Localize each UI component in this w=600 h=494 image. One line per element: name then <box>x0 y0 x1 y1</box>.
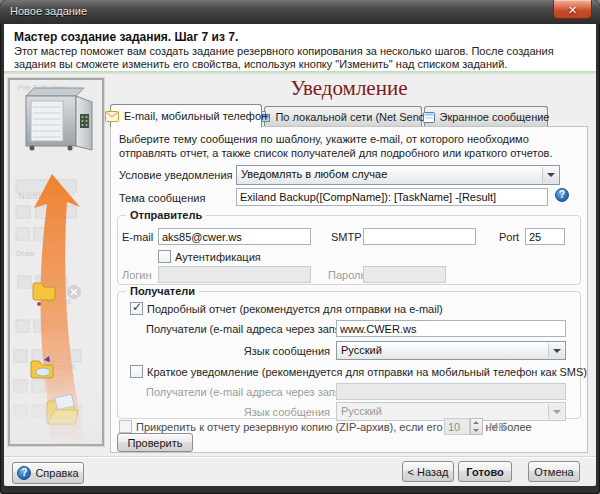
recipients-group-title: Получатели <box>126 285 199 297</box>
envelope-icon <box>105 111 119 122</box>
faded-close-icon <box>67 285 81 299</box>
footer-separator-highlight <box>4 457 596 458</box>
smtp-input[interactable] <box>363 228 476 245</box>
wizard-step-title: Мастер создание задания. Шаг 7 из 7. <box>14 30 238 44</box>
spinner-down-icon[interactable] <box>473 429 479 432</box>
condition-label: Условие уведомления <box>119 169 232 181</box>
email-input[interactable] <box>158 228 311 245</box>
brief-recipients-input[interactable] <box>336 383 566 400</box>
auth-checkbox[interactable] <box>158 250 171 263</box>
wizard-description: Этот мастер поможет вам создать задание … <box>14 45 586 71</box>
help-button[interactable]: ? Справка <box>12 462 84 484</box>
subject-label: Тема сообщения <box>119 192 205 204</box>
subject-input[interactable] <box>236 188 548 206</box>
sender-group: Отправитель E-mail SMTP Port Аутентифика… <box>117 215 581 285</box>
password-input[interactable] <box>363 266 446 283</box>
chevron-down-icon <box>542 167 558 183</box>
detailed-report-checkbox[interactable]: ✓ <box>130 302 143 315</box>
page-title: Уведомление <box>110 76 588 101</box>
svg-text:Draw: Draw <box>16 249 35 258</box>
brief-recipients-label: Получатели (e-mail адреса через запятую) <box>146 386 330 398</box>
auth-label: Аутентификация <box>175 251 261 263</box>
chevron-down-icon <box>548 343 564 358</box>
finish-button[interactable]: Готово <box>458 461 512 482</box>
port-input[interactable] <box>525 228 565 245</box>
intro-text: Выберите тему сообщения по шаблону, укаж… <box>119 132 581 160</box>
close-button[interactable]: ✕ <box>553 0 592 19</box>
detailed-language-label: Язык сообщения <box>146 345 330 357</box>
attach-unit-label: МБ <box>489 421 505 433</box>
detailed-recipients-label: Получатели (e-mail адреса через запятую) <box>146 323 330 335</box>
smtp-label: SMTP <box>331 231 362 243</box>
chevron-down-icon <box>548 404 564 419</box>
detailed-language-select[interactable]: Русский <box>336 341 566 360</box>
back-button[interactable]: < Назад <box>402 461 454 482</box>
email-label: E-mail <box>122 231 153 243</box>
detailed-report-label: Подробный отчет (рекомендуется для отпра… <box>147 303 443 315</box>
header-separator <box>4 71 596 74</box>
tab-panel: Выберите тему сообщения по шаблону, укаж… <box>110 126 588 453</box>
login-input[interactable] <box>158 266 311 283</box>
brief-notification-label: Краткое уведомление (рекомендуется для о… <box>147 366 587 378</box>
title-bar[interactable]: Новое задание ✕ <box>0 0 600 24</box>
tab-screen-message[interactable]: Экранное сообщение <box>424 106 548 127</box>
close-icon: ✕ <box>568 4 577 16</box>
sidebar-illustration: File Edit View Normal Draw Edit Text Sec… <box>10 80 102 444</box>
verify-button[interactable]: Проверить <box>117 433 193 452</box>
password-label: Пароль <box>328 269 366 281</box>
port-label: Port <box>499 231 519 243</box>
help-button-icon: ? <box>17 466 31 480</box>
spinner-up-icon[interactable] <box>473 421 479 424</box>
client-area: Мастер создание задания. Шаг 7 из 7. Это… <box>4 24 596 486</box>
attach-size-spinner[interactable] <box>470 418 483 435</box>
tab-email-mobile[interactable]: E-mail, мобильный телефон <box>110 104 262 127</box>
sender-group-title: Отправитель <box>126 209 206 221</box>
detailed-recipients-input[interactable] <box>336 320 566 337</box>
tab-net-send[interactable]: По локальной сети (Net Send) <box>264 106 422 127</box>
condition-select[interactable]: Уведомлять в любом случае <box>236 165 560 185</box>
login-label: Логин <box>122 269 152 281</box>
subject-help-icon[interactable]: ? <box>555 188 569 202</box>
window-title: Новое задание <box>10 5 87 17</box>
attach-zip-checkbox[interactable] <box>119 420 132 433</box>
brief-notification-checkbox[interactable] <box>130 365 143 378</box>
screen-message-icon <box>423 112 435 123</box>
cancel-button[interactable]: Отмена <box>528 461 580 482</box>
wizard-header: Мастер создание задания. Шаг 7 из 7. Это… <box>4 24 596 71</box>
attach-size-input[interactable] <box>444 418 470 435</box>
brief-language-label: Язык сообщения <box>146 406 330 418</box>
wizard-window: Новое задание ✕ Мастер создание задания.… <box>0 0 600 494</box>
sidebar-artwork: File Edit View Normal Draw Edit Text Sec… <box>8 78 104 446</box>
recipients-group: Получатели ✓ Подробный отчет (рекомендуе… <box>117 291 581 419</box>
